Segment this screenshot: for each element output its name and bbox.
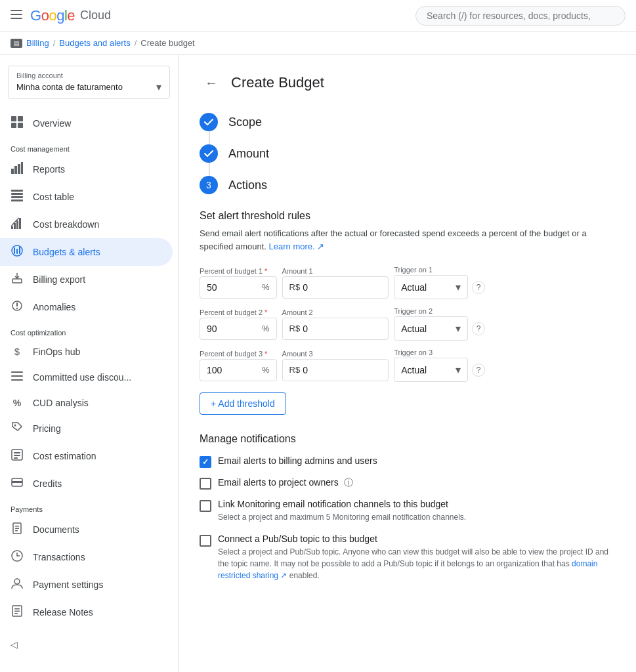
sidebar-item-cost-breakdown[interactable]: Cost breakdown [0, 211, 173, 238]
cost-breakdown-icon [11, 217, 24, 232]
billing-account-label: Billing account [16, 72, 161, 79]
sidebar-reports-label: Reports [33, 164, 65, 175]
sidebar-item-transactions[interactable]: Transactions [0, 543, 173, 571]
pubsub-checkbox[interactable] [200, 535, 211, 547]
percent-label-1: Percent of budget 1 * [200, 267, 277, 275]
svg-rect-17 [16, 220, 18, 229]
manage-notifications-title: Manage notifications [200, 433, 615, 445]
step-actions-label: Actions [228, 178, 267, 192]
svg-rect-9 [18, 164, 20, 174]
finops-icon: $ [11, 346, 24, 357]
breadcrumb-budgets[interactable]: Budgets and alerts [59, 38, 130, 48]
sidebar-documents-label: Documents [33, 524, 79, 535]
breadcrumb-billing[interactable]: Billing [26, 38, 49, 48]
percent-input-3[interactable] [207, 365, 259, 375]
menu-icon[interactable] [11, 10, 22, 21]
cud-icon: % [11, 398, 24, 408]
svg-rect-23 [12, 279, 22, 283]
reports-icon [11, 162, 24, 177]
threshold-row-1: Percent of budget 1 * % Amount 1 R$ [200, 266, 615, 299]
trigger-help-3[interactable]: ? [472, 364, 485, 377]
step-connector-2 [209, 163, 210, 176]
email-admins-checkbox[interactable] [200, 456, 211, 468]
main-layout: Billing account Minha conta de faturamen… [0, 55, 636, 672]
sidebar-item-overview[interactable]: Overview [0, 110, 173, 137]
sidebar-item-reports[interactable]: Reports [0, 156, 173, 183]
percent-input-1[interactable] [207, 282, 259, 293]
svg-rect-32 [14, 452, 20, 453]
svg-point-42 [14, 579, 20, 584]
percent-field-3: Percent of budget 3 * % [200, 350, 277, 381]
billing-export-icon [11, 272, 24, 287]
threshold-row-2: Percent of budget 2 * % Amount 2 R$ [200, 307, 615, 341]
monitoring-label-block: Link Monitoring email notification chann… [218, 499, 466, 523]
sidebar-item-payment-settings[interactable]: Payment settings [0, 571, 173, 598]
trigger-select-3[interactable]: Actual Forecasted [401, 365, 453, 375]
sidebar-item-cud-analysis[interactable]: % CUD analysis [0, 391, 173, 415]
svg-rect-4 [18, 116, 23, 121]
trigger-help-1[interactable]: ? [472, 281, 485, 294]
step-amount-label: Amount [228, 147, 269, 161]
monitoring-main-label: Link Monitoring email notification chann… [218, 499, 466, 509]
percent-input-2[interactable] [207, 324, 259, 334]
payment-settings-icon [11, 578, 24, 592]
svg-rect-3 [11, 116, 16, 121]
amount-input-2[interactable] [303, 324, 381, 334]
sidebar-item-cost-table[interactable]: Cost table [0, 183, 173, 211]
trigger-label-2: Trigger on 2 [394, 307, 485, 315]
sidebar-item-documents[interactable]: Documents [0, 516, 173, 543]
trigger-dropdown-arrow-2: ▾ [456, 322, 461, 335]
notifications-section: Manage notifications Email alerts to bil… [200, 433, 615, 581]
sidebar-payment-settings-label: Payment settings [33, 579, 103, 590]
amount-input-1[interactable] [303, 282, 381, 293]
cost-table-icon [11, 190, 24, 204]
trigger-select-2[interactable]: Actual Forecasted [401, 324, 453, 334]
pubsub-label-block: Connect a Pub/Sub topic to this budget S… [218, 534, 615, 581]
trigger-select-wrapper-3: Actual Forecasted ▾ [394, 358, 468, 382]
percent-unit-1: % [262, 282, 270, 292]
email-owners-checkbox[interactable] [200, 478, 211, 490]
email-owners-label: Email alerts to project owners ⓘ [218, 477, 353, 489]
search-input[interactable] [415, 6, 625, 26]
sidebar-item-finops-hub[interactable]: $ FinOps hub [0, 339, 173, 364]
section-cost-optimization: Cost optimization [0, 321, 178, 339]
trigger-select-wrapper-1: Actual Forecasted ▾ [394, 275, 468, 299]
sidebar-collapse-icon[interactable]: ◁ [11, 639, 18, 650]
percent-input-wrapper-1: % [200, 276, 277, 299]
back-button[interactable]: ← [200, 71, 223, 94]
trigger-select-1[interactable]: Actual Forecasted [401, 282, 453, 293]
trigger-help-2[interactable]: ? [472, 322, 485, 335]
sidebar-item-cost-estimation[interactable]: Cost estimation [0, 442, 173, 470]
percent-label-2: Percent of budget 2 * [200, 308, 277, 316]
trigger-label-1: Trigger on 1 [394, 266, 485, 274]
billing-account-selector[interactable]: Billing account Minha conta de faturamen… [8, 66, 170, 99]
amount-input-3[interactable] [303, 365, 381, 375]
breadcrumb-current: Create budget [140, 38, 194, 48]
sidebar-item-credits[interactable]: Credits [0, 470, 173, 497]
sidebar-cost-table-label: Cost table [33, 192, 74, 202]
sidebar-cud-label: CUD analysis [33, 398, 89, 408]
credits-icon [11, 476, 24, 491]
monitoring-checkbox[interactable] [200, 500, 211, 512]
sidebar-item-committed-use[interactable]: Committed use discou... [0, 364, 173, 391]
amount-label-2: Amount 2 [282, 308, 389, 316]
threshold-section: Set alert threshold rules Send email ale… [200, 210, 615, 433]
sidebar-item-anomalies[interactable]: Anomalies [0, 293, 173, 321]
email-owners-help-icon[interactable]: ⓘ [344, 477, 353, 488]
sidebar-item-budgets-alerts[interactable]: Budgets & alerts [0, 238, 173, 266]
cloud-text: Cloud [80, 9, 111, 22]
svg-rect-21 [16, 249, 18, 254]
sidebar-item-pricing[interactable]: Pricing [0, 415, 173, 442]
svg-rect-27 [11, 371, 23, 373]
sidebar-item-release-notes[interactable]: Release Notes [0, 598, 173, 626]
percent-field-1: Percent of budget 1 * % [200, 267, 277, 299]
content-area: ← Create Budget Scope [179, 55, 636, 672]
section-cost-management: Cost management [0, 137, 178, 156]
sidebar-item-billing-export[interactable]: Billing export [0, 266, 173, 293]
svg-rect-6 [18, 123, 23, 128]
percent-input-wrapper-2: % [200, 318, 277, 340]
learn-more-link[interactable]: Learn more. ↗ [269, 242, 325, 251]
amount-field-3: Amount 3 R$ [282, 350, 389, 381]
svg-point-26 [16, 308, 18, 309]
add-threshold-button[interactable]: + Add threshold [200, 392, 286, 415]
